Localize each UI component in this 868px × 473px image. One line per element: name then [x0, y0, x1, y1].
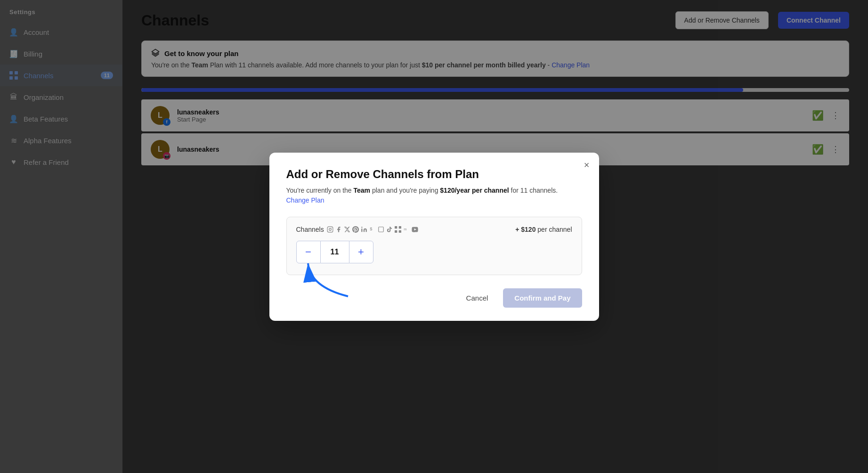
- svg-point-6: [329, 228, 331, 230]
- svg-rect-11: [395, 226, 397, 228]
- modal-footer: Cancel Confirm and Pay: [286, 288, 582, 308]
- svg-rect-12: [398, 226, 401, 228]
- add-remove-channels-modal: × Add or Remove Channels from Plan You'r…: [269, 153, 599, 321]
- modal-title: Add or Remove Channels from Plan: [286, 168, 582, 181]
- stepper-decrement-button[interactable]: −: [296, 241, 321, 263]
- svg-rect-14: [398, 230, 401, 232]
- channel-platform-icons: $ m: [327, 226, 418, 233]
- channel-count-stepper[interactable]: − 11 +: [296, 241, 572, 263]
- stepper-increment-button[interactable]: +: [349, 241, 373, 263]
- channels-box-header: Channels: [296, 226, 572, 233]
- price-per-channel-label: + $120 per channel: [515, 226, 572, 233]
- cancel-button[interactable]: Cancel: [459, 289, 496, 307]
- svg-point-8: [361, 227, 362, 228]
- svg-rect-10: [378, 227, 383, 232]
- channels-label: Channels: [296, 226, 418, 233]
- svg-rect-13: [395, 230, 397, 232]
- main-content-area: Channels Add or Remove Channels Connect …: [122, 0, 868, 473]
- channels-selection-box: Channels: [286, 217, 582, 275]
- svg-point-7: [331, 228, 332, 228]
- svg-text:m: m: [404, 227, 406, 231]
- svg-rect-5: [327, 227, 333, 232]
- modal-change-plan-link[interactable]: Change Plan: [286, 196, 324, 204]
- stepper-value: 11: [321, 241, 349, 263]
- svg-text:$: $: [370, 227, 373, 231]
- confirm-pay-button[interactable]: Confirm and Pay: [503, 288, 582, 308]
- modal-close-button[interactable]: ×: [584, 160, 590, 170]
- modal-subtitle: You're currently on the Team plan and yo…: [286, 186, 582, 205]
- modal-overlay: × Add or Remove Channels from Plan You'r…: [122, 0, 868, 473]
